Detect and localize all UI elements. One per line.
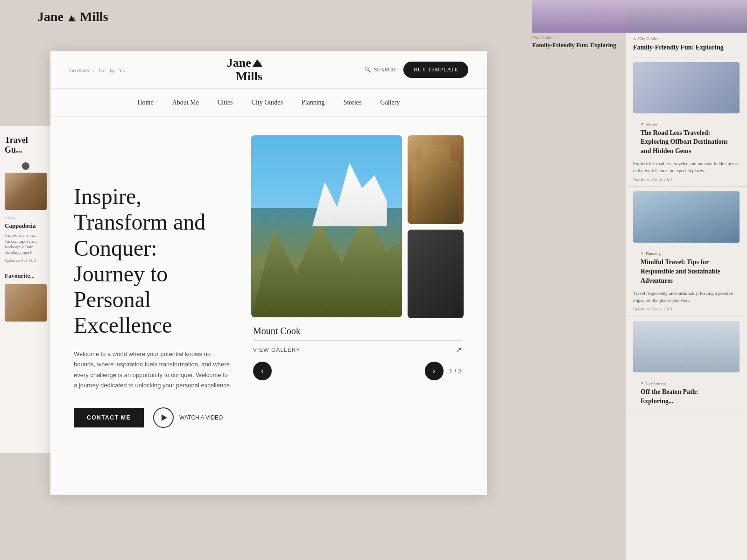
off-beaten-title: Off the Beaten Path: Exploring... (633, 386, 740, 410)
favourites-title: Favourite... (5, 272, 47, 280)
travel-guides-title: Travel Gu... (5, 135, 47, 155)
right-article-1: Stories The Road Less Traveled: Explorin… (626, 57, 747, 187)
dark-landscape-image (408, 230, 464, 318)
mindful-travel-desc: Travel responsibly and sustainably, leav… (633, 290, 740, 304)
gallery-info: Mount Cook VIEW GALLERY ↗ ‹ › 1 / 3 (251, 326, 464, 380)
bg-top-title: Family-Friendly Fun: Exploring (532, 41, 626, 49)
facebook-link[interactable]: Facebook (69, 67, 89, 73)
colosseum-image (408, 135, 464, 224)
nav-stories[interactable]: Stories (344, 99, 362, 106)
view-gallery-arrow: ↗ (456, 345, 462, 354)
chevron-right-icon: › (433, 367, 435, 375)
location-dot (22, 162, 29, 170)
nav-about[interactable]: About Me (172, 99, 199, 106)
nav-city-guides[interactable]: City Guides (252, 99, 283, 106)
right-top-image (626, 0, 747, 33)
watch-video-label: WATCH A VIDEO (179, 414, 223, 421)
hero-title: Inspire, Transform and Conquer: Journey … (74, 183, 233, 338)
play-circle (153, 407, 174, 428)
chevron-left-icon: ‹ (261, 367, 263, 375)
gallery-divider-row: VIEW GALLERY ↗ (253, 340, 462, 354)
main-card: Facebook › Tw. Ig. Yt. Jane Mills 🔍 (50, 51, 487, 495)
nav-home[interactable]: Home (138, 99, 154, 106)
social-links: Facebook › Tw. Ig. Yt. (69, 67, 125, 73)
hero-gallery: Mount Cook VIEW GALLERY ↗ ‹ › 1 / 3 (251, 135, 464, 476)
city-image (633, 321, 740, 372)
planning-tag: Planning (633, 247, 740, 257)
bg-top-tag: City Guides (532, 33, 626, 41)
contact-me-button[interactable]: CONTACT ME (74, 408, 144, 427)
bg-mountain-icon (67, 14, 76, 22)
favourites-image (5, 284, 47, 322)
road-less-image (633, 62, 740, 113)
mindful-travel-date: Update on Dec 4, 2023 (633, 307, 740, 311)
right-top-title: Family-Friendly Fun: Exploring (626, 42, 747, 57)
logo-mountain-icon (252, 59, 262, 67)
stories-tag: Stories (633, 118, 740, 127)
twitter-link[interactable]: Tw. (98, 67, 106, 73)
view-gallery-label: VIEW GALLERY (253, 347, 300, 353)
youtube-link[interactable]: Yt. (119, 67, 125, 73)
gallery-next-button[interactable]: › (425, 362, 444, 380)
road-less-desc: Explore the road less traveled and uncov… (633, 160, 740, 174)
mindful-travel-image (633, 191, 740, 243)
nav-gallery[interactable]: Gallery (381, 99, 400, 106)
bg-top-image (532, 0, 626, 33)
watch-video-button[interactable]: WATCH A VIDEO (153, 407, 223, 428)
road-less-date: Update on Dec 1, 2023 (633, 177, 740, 182)
gallery-counter: 1 / 3 (449, 367, 462, 375)
hero-description: Welcome to a world where your potential … (74, 349, 233, 390)
asia-tag: × Asia (5, 216, 47, 220)
city-guides-tag: City Guides (633, 377, 740, 386)
search-icon: 🔍 (364, 66, 371, 73)
gallery-place-name: Mount Cook (253, 326, 462, 336)
left-side-panel: Travel Gu... × Asia Cappadocia Cappadoci… (0, 126, 51, 453)
nav-cities[interactable]: Cities (218, 99, 233, 106)
place-name: Cappadocia (5, 222, 47, 230)
search-button[interactable]: 🔍 SEARCH (364, 66, 396, 73)
bg-logo: Jane Mills (37, 9, 108, 24)
right-side-panel: City Guides Family-Friendly Fun: Explori… (626, 0, 747, 560)
gallery-prev-button[interactable]: ‹ (253, 362, 272, 380)
hero-text: Inspire, Transform and Conquer: Journey … (74, 135, 233, 476)
gallery-navigation: ‹ › 1 / 3 (253, 362, 462, 380)
right-top-tag: City Guides (626, 33, 747, 42)
hero-section: Inspire, Transform and Conquer: Journey … (50, 117, 487, 495)
nav-planning[interactable]: Planning (302, 99, 325, 106)
cappadocia-image (5, 173, 47, 210)
site-logo: Jane Mills (227, 56, 262, 83)
place-desc: Cappadocia, a m... Turkey, captivate... … (5, 232, 47, 256)
update-date: Update on Nov 14, 2 (5, 259, 47, 263)
right-article-2: Planning Mindful Travel: Tips for Respon… (626, 187, 747, 316)
header-actions: 🔍 SEARCH BUY TEMPLATE (364, 62, 468, 78)
main-nav: Home About Me Cities City Guides Plannin… (50, 89, 487, 117)
gallery-images (251, 135, 464, 318)
hero-actions: CONTACT ME WATCH A VIDEO (74, 407, 233, 428)
buy-template-button[interactable]: BUY TEMPLATE (403, 62, 468, 78)
side-images (408, 135, 464, 318)
play-icon (162, 414, 167, 421)
road-less-title: The Road Less Traveled: Exploring Offbea… (633, 127, 740, 161)
mindful-travel-title: Mindful Travel: Tips for Responsible and… (633, 257, 740, 290)
instagram-link[interactable]: Ig. (109, 67, 115, 73)
bg-top-right-preview: City Guides Family-Friendly Fun: Explori… (532, 0, 626, 49)
colosseum-arch (412, 145, 459, 224)
right-article-3: City Guides Off the Beaten Path: Explori… (626, 316, 747, 415)
mount-cook-image (251, 135, 402, 317)
site-header: Facebook › Tw. Ig. Yt. Jane Mills 🔍 (50, 51, 487, 89)
